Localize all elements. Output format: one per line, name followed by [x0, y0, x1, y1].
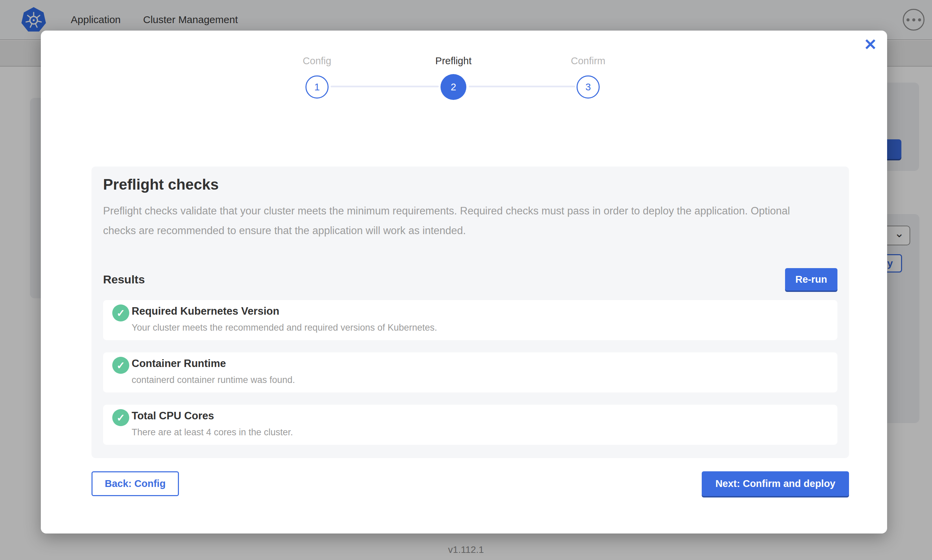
check-pass-icon: ✓ [112, 357, 129, 374]
preflight-description: Preflight checks validate that your clus… [103, 201, 824, 240]
rerun-button[interactable]: Re-run [785, 268, 838, 291]
step-confirm: Confirm 3 [537, 55, 639, 98]
check-card: ✓ Required Kubernetes Version Your clust… [103, 300, 838, 340]
next-confirm-deploy-button[interactable]: Next: Confirm and deploy [702, 471, 849, 496]
check-description: There are at least 4 cores in the cluste… [132, 427, 293, 438]
check-description: Your cluster meets the recommended and r… [132, 323, 437, 333]
check-pass-icon: ✓ [112, 409, 129, 426]
results-heading: Results [103, 273, 145, 286]
preflight-modal: ✕ Config 1 Preflight 2 Confirm 3 Preflig… [41, 31, 887, 534]
results-header-row: Results Re-run [103, 268, 838, 291]
check-pass-icon: ✓ [112, 305, 129, 322]
step-config: Config 1 [266, 55, 368, 98]
check-title: Container Runtime [132, 357, 226, 370]
page-title: Preflight checks [103, 176, 838, 193]
check-description: containerd container runtime was found. [132, 375, 295, 385]
step-label: Confirm [537, 55, 639, 66]
stepper-connector [469, 86, 575, 87]
back-config-button[interactable]: Back: Config [91, 471, 179, 496]
step-label: Config [266, 55, 368, 66]
step-preflight: Preflight 2 [403, 55, 505, 100]
step-circle[interactable]: 1 [306, 75, 329, 98]
check-card: ✓ Container Runtime containerd container… [103, 352, 838, 392]
step-label: Preflight [403, 55, 505, 66]
step-circle[interactable]: 3 [577, 75, 600, 98]
check-title: Required Kubernetes Version [132, 305, 279, 317]
step-circle[interactable]: 2 [440, 74, 466, 100]
check-title: Total CPU Cores [132, 410, 214, 422]
stepper-connector [331, 86, 439, 87]
preflight-panel: Preflight checks Preflight checks valida… [91, 166, 849, 458]
modal-footer: Back: Config Next: Confirm and deploy [91, 471, 849, 496]
wizard-stepper: Config 1 Preflight 2 Confirm 3 [41, 31, 887, 139]
check-card: ✓ Total CPU Cores There are at least 4 c… [103, 405, 838, 445]
